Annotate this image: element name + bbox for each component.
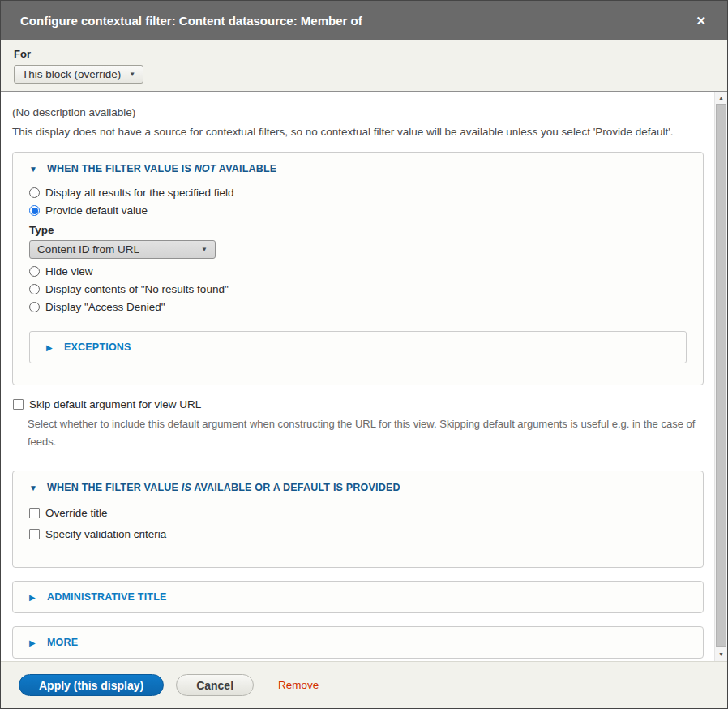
fieldset-administrative-title: ▶ ADMINISTRATIVE TITLE [12,581,704,613]
fieldset-administrative-title-title: ADMINISTRATIVE TITLE [47,591,167,603]
radio-label: Hide view [45,265,93,277]
triangle-down-icon: ▼ [29,483,47,492]
triangle-right-icon: ▶ [29,638,47,647]
scroll-up-icon[interactable]: ▲ [715,92,727,103]
radio-display-access-denied[interactable]: Display "Access Denied" [29,301,687,313]
configure-contextual-filter-dialog: Configure contextual filter: Content dat… [0,0,728,709]
dialog-title: Configure contextual filter: Content dat… [20,14,692,28]
fieldset-administrative-title-summary[interactable]: ▶ ADMINISTRATIVE TITLE [13,582,703,612]
checkbox-label: Override title [45,507,108,519]
scroll-area: (No description available) This display … [1,92,714,661]
fieldset-exceptions-summary[interactable]: ▶ EXCEPTIONS [30,332,686,363]
for-display-select[interactable]: This block (override) ▼ [14,65,143,84]
fieldset-filter-available-title: WHEN THE FILTER VALUE IS AVAILABLE OR A … [47,482,400,493]
radio-provide-default-value[interactable]: Provide default value [29,204,687,217]
scrollbar-thumb[interactable] [716,104,726,647]
radio-display-no-results[interactable]: Display contents of "No results found" [29,283,687,295]
remove-link[interactable]: Remove [278,679,319,691]
checkbox-specify-validation[interactable]: Specify validation criteria [29,528,687,540]
cancel-button[interactable]: Cancel [176,674,254,696]
radio-hide-view[interactable]: Hide view [29,265,687,277]
default-type-select[interactable]: Content ID from URL ▼ [29,240,216,259]
radio-icon[interactable] [29,187,40,198]
radio-label: Display all results for the specified fi… [45,187,234,199]
checkbox-icon[interactable] [29,508,40,518]
fieldset-filter-not-available: ▼ WHEN THE FILTER VALUE IS NOT AVAILABLE… [12,152,704,385]
checkbox-skip-default-argument[interactable]: Skip default argument for view URL [13,398,704,410]
fieldset-filter-not-available-body: Display all results for the specified fi… [13,185,703,385]
dialog-titlebar: Configure contextual filter: Content dat… [1,1,727,40]
checkbox-icon[interactable] [29,529,40,539]
triangle-right-icon: ▶ [46,343,64,352]
radio-display-all-results[interactable]: Display all results for the specified fi… [29,187,687,199]
checkbox-override-title[interactable]: Override title [29,507,687,519]
triangle-down-icon: ▼ [29,165,47,174]
radio-label: Display "Access Denied" [45,301,165,313]
checkbox-label: Skip default argument for view URL [29,398,201,410]
checkbox-icon[interactable] [13,399,24,410]
close-icon: ✕ [696,14,706,28]
radio-icon[interactable] [29,284,40,294]
apply-button[interactable]: Apply (this display) [19,674,164,696]
radio-label: Provide default value [45,204,148,217]
scroll-down-icon[interactable]: ▼ [715,648,727,660]
fieldset-filter-available: ▼ WHEN THE FILTER VALUE IS AVAILABLE OR … [12,471,704,568]
for-label: For [14,48,714,60]
type-label: Type [29,224,687,236]
checkbox-label: Specify validation criteria [45,528,166,540]
fieldset-more: ▶ MORE [12,626,704,659]
radio-icon[interactable] [29,302,40,312]
no-description-text: (No description available) [12,106,704,118]
skip-default-description: Select whether to include this default a… [28,415,699,451]
triangle-right-icon: ▶ [29,593,47,602]
fieldset-more-title: MORE [47,637,78,648]
chevron-down-icon: ▼ [201,246,208,253]
fieldset-exceptions-title: EXCEPTIONS [64,342,131,353]
fieldset-filter-not-available-title: WHEN THE FILTER VALUE IS NOT AVAILABLE [47,163,276,174]
vertical-scrollbar[interactable]: ▲ ▼ [714,92,727,661]
fieldset-filter-available-body: Override title Specify validation criter… [13,504,703,567]
dialog-content: (No description available) This display … [1,92,727,661]
fieldset-filter-not-available-summary[interactable]: ▼ WHEN THE FILTER VALUE IS NOT AVAILABLE [13,153,703,185]
fieldset-filter-available-summary[interactable]: ▼ WHEN THE FILTER VALUE IS AVAILABLE OR … [13,471,703,504]
radio-icon[interactable] [29,266,40,277]
for-display-select-value: This block (override) [22,68,121,80]
for-section: For This block (override) ▼ [1,40,727,92]
close-button[interactable]: ✕ [692,11,709,30]
default-type-select-value: Content ID from URL [37,243,139,256]
fieldset-more-summary[interactable]: ▶ MORE [13,627,703,658]
fieldset-exceptions: ▶ EXCEPTIONS [29,331,687,363]
chevron-down-icon: ▼ [129,71,135,78]
radio-icon[interactable] [29,205,40,216]
warning-text: This display does not have a source for … [12,126,704,138]
radio-label: Display contents of "No results found" [45,283,229,295]
dialog-footer: Apply (this display) Cancel Remove [1,661,727,708]
